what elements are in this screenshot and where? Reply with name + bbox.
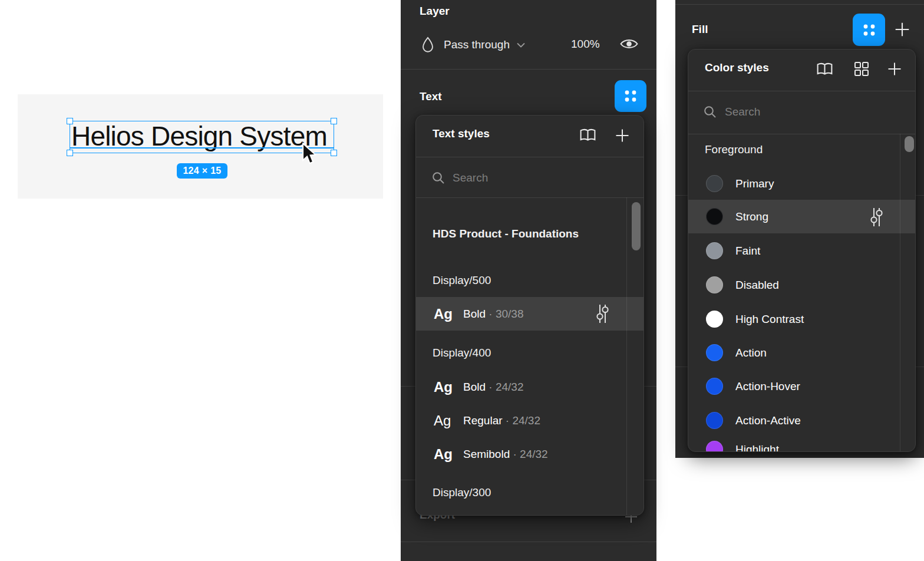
dropdown-divider (416, 157, 644, 157)
scrollbar-thumb[interactable] (905, 136, 914, 152)
fill-section-title: Fill (692, 23, 708, 36)
selection-handle-bottom-right[interactable] (331, 150, 337, 156)
add-style-icon[interactable] (887, 61, 902, 77)
selection-handle-bottom-left[interactable] (67, 150, 73, 156)
color-style-item[interactable]: Disabled (688, 268, 915, 302)
text-section-title: Text (420, 90, 442, 103)
color-style-item[interactable]: Highlight (688, 433, 915, 452)
color-swatch (706, 311, 723, 328)
search-icon (704, 105, 717, 118)
style-group-label: Display/400 (416, 341, 644, 365)
scrollbar-thumb[interactable] (632, 202, 641, 250)
style-group-label: Display/500 (416, 269, 644, 292)
selection-handle-top-right[interactable] (331, 118, 337, 124)
color-swatch (706, 378, 723, 395)
dropdown-divider (416, 197, 644, 198)
color-swatch (706, 344, 723, 361)
color-group-label: Foreground (688, 138, 915, 161)
color-style-item[interactable]: Primary (688, 167, 915, 200)
library-book-icon[interactable] (579, 127, 597, 143)
color-styles-title: Color styles (705, 61, 769, 74)
color-styles-dropdown: Color styles Foreground Primary (688, 49, 916, 452)
color-swatch (706, 412, 723, 429)
style-group-label: Display/300 (416, 481, 644, 504)
text-baseline-guide (70, 147, 334, 148)
panel-divider (401, 542, 656, 542)
four-dots-icon (622, 87, 639, 105)
text-layer-selection[interactable]: Helios Design System (70, 121, 334, 153)
search-icon (432, 171, 445, 184)
color-style-item[interactable]: Faint (688, 234, 915, 268)
dropdown-divider (688, 91, 915, 91)
chevron-down-icon (517, 42, 525, 48)
panel-divider (675, 4, 924, 5)
dropdown-divider (688, 134, 915, 134)
mouse-cursor-icon (302, 143, 316, 165)
color-styles-toggle-button[interactable] (853, 14, 885, 46)
layer-opacity-field[interactable]: 100% (571, 38, 600, 51)
design-canvas[interactable]: Helios Design System 124 × 15 (18, 94, 383, 199)
scrollbar-track (626, 197, 627, 515)
color-swatch (706, 208, 723, 225)
library-book-icon[interactable] (816, 61, 834, 77)
style-library-header: HDS Product - Foundations (416, 222, 644, 246)
color-styles-search-input[interactable] (725, 101, 860, 123)
color-style-item[interactable]: Action (688, 336, 915, 369)
scrollbar-track (900, 134, 900, 451)
text-style-item-selected[interactable]: Ag Bold · 30/38 (416, 297, 644, 331)
text-style-item[interactable]: Ag Bold · 24/32 (416, 370, 644, 404)
color-swatch (706, 242, 723, 259)
color-swatch (706, 175, 723, 192)
add-fill-icon[interactable] (894, 21, 910, 38)
edit-style-sliders-icon[interactable] (870, 206, 883, 228)
color-style-item[interactable]: Action-Hover (688, 369, 915, 403)
selection-handle-top-left[interactable] (67, 118, 73, 124)
text-styles-dropdown: Text styles HDS Product - Foundations Di… (415, 115, 644, 516)
edit-style-sliders-icon[interactable] (596, 303, 609, 325)
add-style-icon[interactable] (615, 128, 630, 143)
text-style-item[interactable]: Ag Regular · 24/32 (416, 404, 644, 437)
color-swatch (706, 276, 723, 293)
text-styles-title: Text styles (433, 127, 490, 140)
color-style-item[interactable]: High Contrast (688, 302, 915, 336)
text-style-item[interactable]: Ag Semibold · 24/32 (416, 437, 644, 471)
blend-mode-value: Pass through (444, 38, 510, 51)
grid-view-icon[interactable] (854, 61, 869, 77)
color-swatch (706, 441, 723, 452)
layer-section-title: Layer (420, 5, 450, 18)
visibility-eye-icon[interactable] (620, 37, 638, 51)
panel-divider (401, 69, 656, 70)
four-dots-icon (860, 21, 878, 39)
blend-mode-icon (421, 37, 434, 53)
dimension-badge: 124 × 15 (177, 163, 227, 179)
text-styles-toggle-button[interactable] (615, 80, 646, 112)
text-styles-search-input[interactable] (453, 167, 588, 189)
color-style-item-selected[interactable]: Strong (688, 200, 915, 233)
blend-mode-select[interactable]: Pass through (444, 37, 525, 53)
